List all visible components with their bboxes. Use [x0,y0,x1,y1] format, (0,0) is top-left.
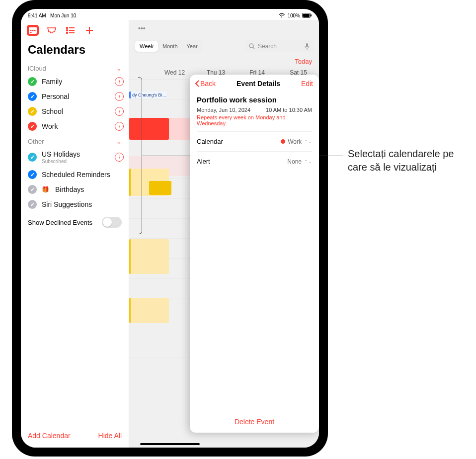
event-block[interactable] [129,118,169,140]
battery-pct: 100% [287,13,300,18]
calendar-label: Family [42,78,110,86]
calendar-item-family[interactable]: ✓ Family i [21,74,129,89]
event-block[interactable] [129,239,169,274]
popup-title: Event Details [237,80,280,88]
svg-rect-5 [30,30,32,31]
mic-icon[interactable] [305,43,310,50]
home-indicator[interactable] [140,443,200,445]
calendar-icon[interactable] [27,25,39,36]
calendar-label: Birthdays [55,185,124,193]
seg-year[interactable]: Year [182,41,202,52]
view-segmented[interactable]: Day Week Month Year [134,40,203,53]
svg-rect-7 [34,30,36,31]
svg-rect-8 [30,32,32,33]
chevron-down-icon: ⌄ [116,65,122,72]
toggle-switch[interactable] [102,217,122,228]
calendar-item-work[interactable]: ✓ Work i [21,119,129,134]
event-alert-row[interactable]: Alert None ⌃⌄ [197,151,312,171]
svg-line-18 [253,47,254,49]
section-other[interactable]: Other ⌄ [21,134,129,147]
svg-rect-1 [303,14,310,17]
event-calendar-row[interactable]: Calendar Work ⌃⌄ [197,131,312,151]
event-time: 10 AM to 10:30 AM [266,107,312,113]
gift-icon: 🎁 [42,186,49,193]
check-icon: ✓ [28,92,37,101]
event-repeats: Repeats every week on Monday and Wednesd… [197,114,312,126]
hide-all-button[interactable]: Hide All [98,432,122,440]
event-block[interactable] [149,181,171,195]
add-icon[interactable] [83,25,95,36]
info-icon[interactable]: i [115,153,124,162]
info-icon[interactable]: i [115,107,124,116]
more-icon[interactable]: ••• [134,23,150,33]
add-calendar-button[interactable]: Add Calendar [28,432,71,440]
section-icloud-label: iCloud [28,65,46,72]
seg-week[interactable]: Week [135,41,158,52]
calendar-label: US Holidays Subscribed [42,150,110,164]
info-icon[interactable]: i [115,77,124,86]
search-icon [249,43,255,49]
svg-point-11 [67,30,68,31]
row-value: None [287,158,302,165]
info-icon[interactable]: i [115,92,124,101]
svg-rect-2 [311,14,312,16]
search-field[interactable]: Search [244,40,314,52]
row-value: Work [288,138,302,145]
callout-bracket [138,77,142,234]
calendar-item-usholidays[interactable]: ✓ US Holidays Subscribed i [21,147,129,167]
status-time: 9:41 AM [28,13,46,18]
info-icon[interactable]: i [115,122,124,131]
status-date: Mon Jun 10 [50,13,76,18]
svg-rect-6 [32,30,34,31]
color-dot-icon [281,139,285,144]
event-date: Monday, Jun 10, 2024 [197,107,250,113]
seg-month[interactable]: Month [158,41,182,52]
sidebar-toolbar [21,20,129,38]
chevron-left-icon [195,80,199,87]
row-label: Alert [197,158,210,165]
svg-point-9 [67,27,68,29]
chevron-down-icon: ⌄ [116,138,122,145]
calendar-label: School [42,107,110,115]
status-bar: 9:41 AM Mon Jun 10 100% [21,9,319,19]
toggle-label: Show Declined Events [28,219,92,226]
calendar-item-school[interactable]: ✓ School i [21,104,129,119]
calendar-item-siri[interactable]: ✓ Siri Suggestions [21,197,129,212]
calendar-item-reminders[interactable]: ✓ Scheduled Reminders [21,167,129,182]
check-icon: ✓ [28,185,37,194]
edit-button[interactable]: Edit [301,80,313,88]
check-icon: ✓ [28,153,37,162]
calendar-item-personal[interactable]: ✓ Personal i [21,89,129,104]
section-other-label: Other [28,138,44,145]
day-label: Wed 12 [154,69,195,76]
back-button[interactable]: Back [195,80,216,88]
callout-text: Selectați calendarele pe care să le vizu… [348,147,462,174]
sidebar: Calendars iCloud ⌄ ✓ Family i ✓ Personal… [21,20,129,448]
event-details-popup: Back Event Details Edit Portfolio work s… [190,75,319,433]
check-icon: ✓ [28,170,37,179]
sidebar-title: Calendars [21,38,129,61]
wifi-icon [278,13,285,18]
calendar-label: Scheduled Reminders [42,171,124,179]
today-button[interactable]: Today [129,56,319,66]
calendar-sublabel: Subscribed [42,159,110,164]
calendar-label: Siri Suggestions [42,200,124,208]
main-area: ••• Day Week Month Year Search [129,20,319,448]
calendar-item-birthdays[interactable]: ✓ 🎁 Birthdays [21,182,129,197]
event-block[interactable] [129,298,169,323]
delete-event-button[interactable]: Delete Event [190,411,319,433]
svg-point-17 [249,44,253,48]
check-icon: ✓ [28,107,37,116]
svg-rect-4 [29,27,37,29]
section-icloud[interactable]: iCloud ⌄ [21,61,129,74]
calendar-label: Work [42,122,110,130]
toggle-declined[interactable]: Show Declined Events [21,212,129,233]
battery-icon [302,13,312,18]
updown-icon: ⌃⌄ [304,159,312,164]
svg-point-13 [67,32,68,34]
list-icon[interactable] [65,25,77,36]
inbox-icon[interactable] [46,25,58,36]
check-icon: ✓ [28,122,37,131]
check-icon: ✓ [28,200,37,209]
search-placeholder: Search [258,43,277,50]
